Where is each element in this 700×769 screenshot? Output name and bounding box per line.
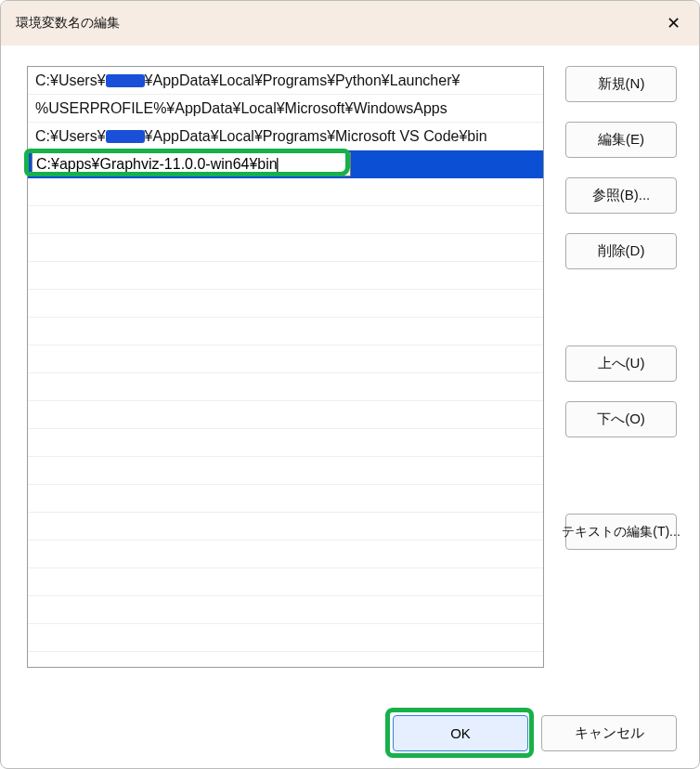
list-item-empty[interactable]: . bbox=[28, 345, 543, 373]
path-edit-value: C:¥apps¥Graphviz-11.0.0-win64¥bin bbox=[36, 156, 278, 173]
list-item-empty[interactable]: . bbox=[28, 401, 543, 429]
path-text-suffix: ¥AppData¥Local¥Programs¥Python¥Launcher¥ bbox=[145, 72, 460, 88]
list-item-empty[interactable]: . bbox=[28, 234, 543, 262]
cancel-button[interactable]: キャンセル bbox=[541, 715, 677, 751]
path-text-suffix: ¥AppData¥Local¥Programs¥Microsoft VS Cod… bbox=[145, 128, 487, 144]
list-item-empty[interactable]: . bbox=[28, 318, 543, 345]
dialog-body: C:¥Users¥¥AppData¥Local¥Programs¥Python¥… bbox=[1, 46, 699, 768]
list-item-empty[interactable]: . bbox=[28, 206, 543, 234]
path-edit-input[interactable]: C:¥apps¥Graphviz-11.0.0-win64¥bin| bbox=[32, 152, 351, 176]
close-button[interactable]: ✕ bbox=[655, 8, 692, 38]
redacted-mark-icon bbox=[106, 74, 145, 87]
list-item-empty[interactable]: . bbox=[28, 290, 543, 318]
edit-text-button[interactable]: テキストの編集(T)... bbox=[565, 514, 677, 550]
list-item-empty[interactable]: . bbox=[28, 457, 543, 485]
main-row: C:¥Users¥¥AppData¥Local¥Programs¥Python¥… bbox=[27, 66, 677, 698]
titlebar: 環境変数名の編集 ✕ bbox=[1, 1, 699, 46]
path-text-prefix: C:¥Users¥ bbox=[35, 128, 106, 144]
browse-button[interactable]: 参照(B)... bbox=[565, 177, 677, 214]
list-item-empty[interactable]: . bbox=[28, 485, 543, 513]
list-item[interactable]: C:¥Users¥¥AppData¥Local¥Programs¥Microso… bbox=[28, 123, 543, 150]
path-list-wrap: C:¥Users¥¥AppData¥Local¥Programs¥Python¥… bbox=[27, 66, 552, 698]
list-item-empty[interactable]: . bbox=[28, 568, 543, 596]
edit-button[interactable]: 編集(E) bbox=[565, 122, 677, 158]
list-item-empty[interactable]: . bbox=[28, 178, 543, 206]
edit-env-var-dialog: 環境変数名の編集 ✕ C:¥Users¥¥AppData¥Local¥Progr… bbox=[0, 0, 700, 769]
move-down-button[interactable]: 下へ(O) bbox=[565, 401, 677, 437]
text-caret-icon: | bbox=[276, 156, 279, 173]
list-item-empty[interactable]: . bbox=[28, 541, 543, 568]
redacted-mark-icon bbox=[106, 130, 145, 143]
list-item-empty[interactable]: . bbox=[28, 429, 543, 457]
path-text-prefix: C:¥Users¥ bbox=[35, 72, 106, 88]
list-item-empty[interactable]: . bbox=[28, 262, 543, 290]
side-buttons: 新規(N) 編集(E) 参照(B)... 削除(D) 上へ(U) 下へ(O) テ… bbox=[565, 66, 677, 698]
list-item[interactable]: C:¥Users¥¥AppData¥Local¥Programs¥Python¥… bbox=[28, 67, 543, 95]
list-item-empty[interactable]: . bbox=[28, 596, 543, 624]
window-title: 環境変数名の編集 bbox=[16, 15, 120, 32]
path-listbox[interactable]: C:¥Users¥¥AppData¥Local¥Programs¥Python¥… bbox=[27, 66, 544, 668]
ok-button[interactable]: OK bbox=[393, 715, 528, 751]
delete-button[interactable]: 削除(D) bbox=[565, 233, 677, 269]
list-item-empty[interactable]: . bbox=[28, 624, 543, 652]
move-up-button[interactable]: 上へ(U) bbox=[565, 345, 677, 382]
list-item[interactable]: %USERPROFILE%¥AppData¥Local¥Microsoft¥Wi… bbox=[28, 95, 543, 123]
dialog-footer: OK キャンセル bbox=[27, 715, 677, 751]
list-item-empty[interactable]: . bbox=[28, 513, 543, 541]
new-button[interactable]: 新規(N) bbox=[565, 66, 677, 102]
list-item-empty[interactable]: . bbox=[28, 373, 543, 401]
close-icon: ✕ bbox=[667, 13, 681, 33]
